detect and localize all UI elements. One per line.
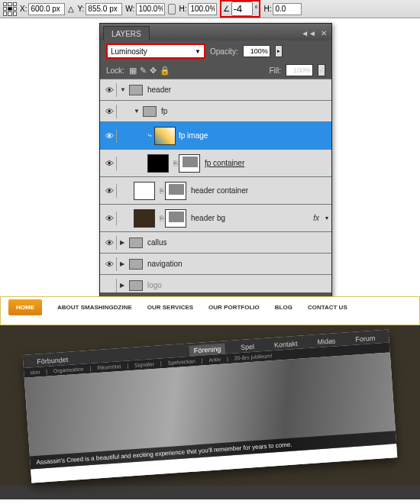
- opacity-value[interactable]: 100%: [243, 45, 270, 57]
- layer-group-logo[interactable]: ▶ logo: [100, 274, 331, 292]
- rotate-field-highlight: ∠ °: [220, 0, 260, 18]
- visibility-icon[interactable]: 👁: [103, 157, 117, 170]
- embedded-nav-item: Spel: [236, 341, 260, 353]
- reference-point-grid[interactable]: [3, 2, 17, 16]
- nav-home[interactable]: HOME: [8, 299, 42, 315]
- mask-thumbnail: [165, 182, 186, 200]
- angle-icon: ∠: [223, 5, 230, 13]
- h-label: H:: [179, 5, 186, 13]
- nav-blog[interactable]: BLOG: [275, 304, 292, 311]
- layer-fp-container[interactable]: 👁 ⎘ fp container: [100, 149, 331, 176]
- visibility-icon[interactable]: 👁: [103, 257, 117, 271]
- expand-icon[interactable]: ▼: [120, 86, 129, 93]
- layer-name: header container: [191, 186, 248, 195]
- link-icon[interactable]: [168, 4, 176, 15]
- hero-section: Förbundet Förening Spel Kontakt Midas Fo…: [0, 325, 420, 486]
- lock-pixels-icon[interactable]: ✎: [140, 66, 147, 76]
- folder-icon: [143, 106, 157, 117]
- layer-group-callus[interactable]: 👁 ▶ callus: [100, 231, 331, 253]
- fx-badge[interactable]: fx: [313, 214, 325, 222]
- nav-about[interactable]: ABOUT SMASHINGDZINE: [57, 304, 132, 311]
- rotate-input[interactable]: [231, 2, 253, 16]
- layer-name: header: [147, 86, 171, 94]
- layer-group-navigation[interactable]: 👁 ▶ navigation: [100, 253, 331, 274]
- embedded-nav-item: Kontakt: [270, 338, 302, 351]
- lock-transparent-icon[interactable]: ▦: [129, 66, 137, 76]
- w-label: W:: [125, 5, 134, 13]
- layer-thumbnail: [134, 182, 155, 200]
- layer-name: callus: [147, 238, 167, 247]
- skew-h-label: H:: [263, 5, 271, 13]
- layer-name: navigation: [147, 260, 183, 268]
- h-input[interactable]: [188, 3, 217, 15]
- panel-header: LAYERS ◄◄ ✕: [100, 24, 331, 40]
- visibility-icon[interactable]: [103, 279, 117, 292]
- expand-icon[interactable]: ▼: [134, 108, 143, 115]
- layer-thumbnail: [154, 127, 176, 145]
- x-label: X:: [20, 5, 27, 13]
- layer-group-fp[interactable]: 👁 ▼ fp: [100, 100, 331, 121]
- layer-name: fp image: [179, 131, 208, 140]
- layer-name: fp container: [205, 159, 244, 167]
- skew-h-input[interactable]: [273, 3, 302, 15]
- site-footer-bar: [0, 486, 420, 499]
- visibility-icon[interactable]: 👁: [103, 129, 117, 143]
- layer-thumbnail: [134, 209, 155, 228]
- embedded-nav-item: Forum: [351, 332, 380, 345]
- layers-panel: LAYERS ◄◄ ✕ Luminosity ▼ Opacity: 100% ▸…: [99, 23, 332, 305]
- visibility-icon[interactable]: 👁: [103, 212, 117, 225]
- folder-icon: [129, 280, 143, 291]
- folder-icon: [129, 237, 143, 248]
- y-input[interactable]: [86, 3, 122, 15]
- blend-mode-select[interactable]: Luminosity ▼: [106, 44, 205, 59]
- fill-flyout[interactable]: ▸: [318, 64, 325, 76]
- delta-icon: △: [68, 5, 74, 13]
- fx-expand-icon[interactable]: ▾: [325, 215, 328, 221]
- fp-image-rotated: Förbundet Förening Spel Kontakt Midas Fo…: [23, 329, 398, 483]
- layer-name: fp: [161, 107, 167, 115]
- nav-portfolio[interactable]: OUR PORTFOLIO: [208, 304, 260, 311]
- nav-contact[interactable]: CONTACT US: [308, 304, 347, 311]
- layer-header-container[interactable]: 👁 ⎘ header container: [100, 176, 331, 204]
- layer-group-header[interactable]: 👁 ▼ header: [100, 79, 331, 100]
- layer-thumbnail: [147, 154, 169, 173]
- expand-icon[interactable]: ▶: [120, 260, 129, 267]
- layer-name: header bg: [191, 214, 225, 222]
- collapse-icon[interactable]: ◄◄: [301, 29, 316, 37]
- opacity-label: Opacity:: [210, 47, 238, 56]
- layer-name: logo: [147, 281, 162, 289]
- visibility-icon[interactable]: 👁: [103, 83, 117, 97]
- fill-value[interactable]: 100%: [286, 64, 313, 76]
- folder-icon: [129, 85, 143, 95]
- lock-position-icon[interactable]: ✥: [150, 66, 157, 76]
- lock-all-icon[interactable]: 🔒: [160, 66, 170, 76]
- expand-icon[interactable]: ▶: [120, 282, 129, 289]
- expand-icon[interactable]: ▶: [120, 239, 129, 246]
- layer-header-bg[interactable]: 👁 ⎘ header bg fx ▾: [100, 204, 331, 231]
- visibility-icon[interactable]: 👁: [103, 105, 117, 118]
- lock-label: Lock:: [106, 66, 124, 75]
- link-icon: ⎘: [160, 187, 163, 195]
- link-icon: ⎘: [160, 215, 163, 222]
- layers-list: 👁 ▼ header 👁 ▼ fp 👁 ⤷ fp image 👁 ⎘ fp co…: [100, 79, 331, 292]
- close-icon[interactable]: ✕: [321, 29, 327, 37]
- embedded-nav-item: Midas: [312, 335, 341, 347]
- smart-object-icon: ⤷: [147, 132, 153, 139]
- chevron-down-icon: ▼: [195, 48, 201, 55]
- fill-label: Fill:: [269, 66, 281, 75]
- transform-options-bar: X: △ Y: W: H: ∠ ° H:: [0, 0, 420, 18]
- link-icon: ⎘: [173, 160, 177, 167]
- folder-icon: [129, 259, 143, 270]
- layer-fp-image[interactable]: 👁 ⤷ fp image: [100, 121, 331, 149]
- y-label: Y:: [77, 5, 84, 13]
- w-input[interactable]: [136, 3, 165, 15]
- visibility-icon[interactable]: 👁: [103, 236, 117, 250]
- opacity-flyout[interactable]: ▸: [275, 45, 283, 57]
- nav-services[interactable]: OUR SERVICES: [147, 304, 193, 311]
- blend-mode-value: Luminosity: [111, 47, 147, 56]
- x-input[interactable]: [28, 3, 65, 15]
- site-nav: HOME ABOUT SMASHINGDZINE OUR SERVICES OU…: [1, 297, 419, 317]
- canvas-preview: HOME ABOUT SMASHINGDZINE OUR SERVICES OU…: [0, 296, 420, 504]
- layers-tab[interactable]: LAYERS: [103, 26, 150, 40]
- visibility-icon[interactable]: 👁: [103, 184, 117, 198]
